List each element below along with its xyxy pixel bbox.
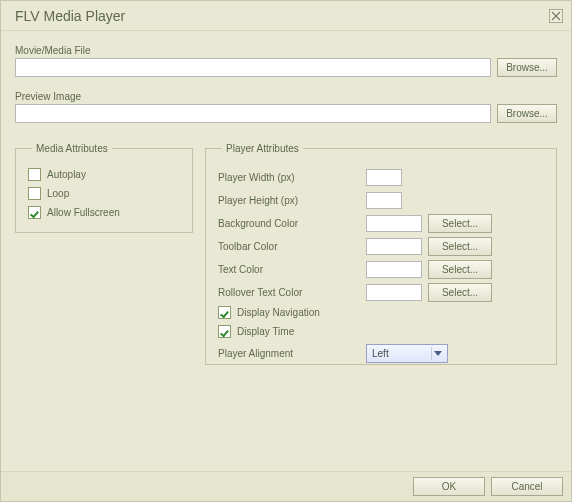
movie-browse-button[interactable]: Browse...: [497, 58, 557, 77]
movie-input[interactable]: [15, 58, 491, 77]
titlebar: FLV Media Player: [1, 1, 571, 31]
display-nav-label: Display Navigation: [237, 307, 320, 318]
movie-field: Movie/Media File Browse...: [15, 45, 557, 77]
player-legend: Player Attributes: [222, 143, 303, 154]
media-attributes-group: Media Attributes Autoplay Loop Allow Ful…: [15, 143, 193, 233]
display-nav-checkbox[interactable]: [218, 306, 231, 319]
fullscreen-label: Allow Fullscreen: [47, 207, 120, 218]
content-area: Movie/Media File Browse... Preview Image…: [1, 31, 571, 365]
footer: OK Cancel: [1, 471, 571, 501]
preview-browse-button[interactable]: Browse...: [497, 104, 557, 123]
preview-field: Preview Image Browse...: [15, 91, 557, 123]
rollover-select-button[interactable]: Select...: [428, 283, 492, 302]
cancel-button[interactable]: Cancel: [491, 477, 563, 496]
align-value: Left: [372, 348, 389, 359]
autoplay-checkbox[interactable]: [28, 168, 41, 181]
toolbar-select-button[interactable]: Select...: [428, 237, 492, 256]
text-label: Text Color: [218, 264, 366, 275]
close-button[interactable]: [549, 9, 563, 23]
media-legend: Media Attributes: [32, 143, 112, 154]
height-input[interactable]: [366, 192, 402, 209]
rollover-swatch: [366, 284, 422, 301]
movie-label: Movie/Media File: [15, 45, 557, 56]
text-select-button[interactable]: Select...: [428, 260, 492, 279]
preview-input[interactable]: [15, 104, 491, 123]
display-time-checkbox[interactable]: [218, 325, 231, 338]
player-attributes-group: Player Attributes Player Width (px) Play…: [205, 143, 557, 365]
bg-select-button[interactable]: Select...: [428, 214, 492, 233]
rollover-label: Rollover Text Color: [218, 287, 366, 298]
dialog-title: FLV Media Player: [15, 8, 125, 24]
bg-swatch: [366, 215, 422, 232]
autoplay-label: Autoplay: [47, 169, 86, 180]
height-label: Player Height (px): [218, 195, 366, 206]
toolbar-label: Toolbar Color: [218, 241, 366, 252]
toolbar-swatch: [366, 238, 422, 255]
bg-label: Background Color: [218, 218, 366, 229]
align-label: Player Alignment: [218, 348, 366, 359]
width-label: Player Width (px): [218, 172, 366, 183]
text-swatch: [366, 261, 422, 278]
dialog: FLV Media Player Movie/Media File Browse…: [0, 0, 572, 502]
display-time-label: Display Time: [237, 326, 294, 337]
preview-label: Preview Image: [15, 91, 557, 102]
chevron-down-icon: [431, 347, 444, 360]
width-input[interactable]: [366, 169, 402, 186]
loop-checkbox[interactable]: [28, 187, 41, 200]
loop-label: Loop: [47, 188, 69, 199]
fullscreen-checkbox[interactable]: [28, 206, 41, 219]
ok-button[interactable]: OK: [413, 477, 485, 496]
align-select[interactable]: Left: [366, 344, 448, 363]
